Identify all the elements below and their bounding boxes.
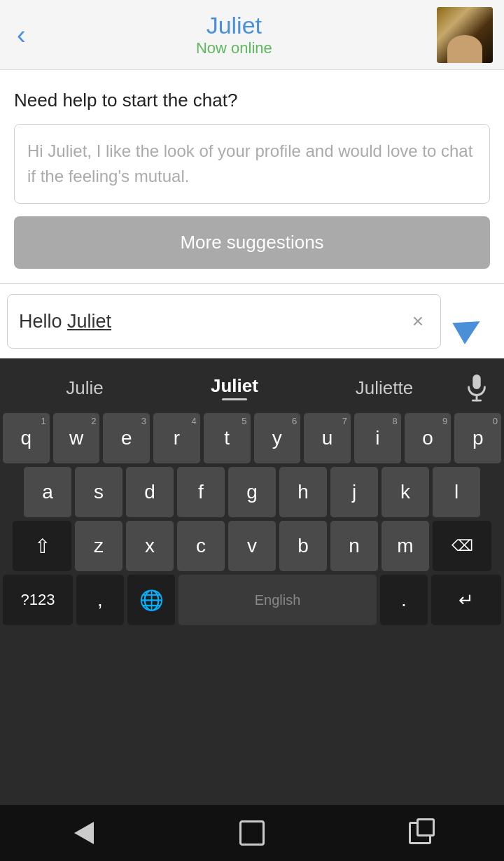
key-b[interactable]: b: [279, 521, 327, 571]
autocomplete-juliette[interactable]: Juliette: [309, 377, 459, 399]
num-hint-2: 2: [91, 416, 96, 426]
nav-home-button[interactable]: [231, 816, 273, 850]
clear-button[interactable]: ×: [407, 307, 429, 335]
nav-recents-button[interactable]: [399, 816, 441, 850]
num-hint-9: 9: [442, 416, 447, 426]
enter-key[interactable]: ↵: [431, 575, 501, 625]
key-v[interactable]: v: [228, 521, 276, 571]
key-u[interactable]: 7u: [304, 413, 351, 463]
keyboard-row-2: a s d f g h j k l: [3, 467, 501, 517]
num-hint-7: 7: [342, 416, 347, 426]
message-input-area: Hello Juliet ×: [0, 284, 504, 358]
key-g[interactable]: g: [228, 467, 276, 517]
num-hint-0: 0: [493, 416, 498, 426]
dot-key[interactable]: .: [380, 575, 428, 625]
key-q[interactable]: 1q: [3, 413, 50, 463]
num-hint-6: 6: [292, 416, 297, 426]
autocomplete-julie[interactable]: Julie: [10, 377, 160, 399]
key-z[interactable]: z: [75, 521, 122, 571]
num-hint-8: 8: [392, 416, 397, 426]
contact-status: Now online: [196, 39, 272, 57]
suggestion-box[interactable]: Hi Juliet, I like the look of your profi…: [14, 124, 490, 204]
header-center: Juliet Now online: [196, 12, 272, 57]
bottom-nav: [0, 805, 504, 861]
key-y[interactable]: 6y: [254, 413, 301, 463]
space-key[interactable]: English: [178, 575, 377, 625]
avatar[interactable]: [437, 7, 493, 63]
send-button[interactable]: [448, 297, 497, 346]
message-text: Hello Juliet: [19, 311, 111, 332]
key-a[interactable]: a: [24, 467, 71, 517]
suggestion-text: Hi Juliet, I like the look of your profi…: [27, 139, 477, 189]
key-m[interactable]: m: [382, 521, 429, 571]
autocomplete-juliet[interactable]: Juliet: [160, 375, 309, 400]
key-f[interactable]: f: [177, 467, 225, 517]
key-h[interactable]: h: [279, 467, 327, 517]
mic-icon: [465, 374, 488, 402]
key-x[interactable]: x: [126, 521, 174, 571]
nav-back-button[interactable]: [63, 816, 105, 850]
num-toggle-key[interactable]: ?123: [3, 575, 73, 625]
keyboard-row-1: 1q 2w 3e 4r 5t 6y 7u 8i 9o 0p: [3, 413, 501, 463]
num-hint-4: 4: [192, 416, 197, 426]
message-underlined-text: Juliet: [67, 311, 111, 332]
key-o[interactable]: 9o: [405, 413, 451, 463]
keyboard-row-3: ⇧ z x c v b n m ⌫: [3, 521, 501, 571]
svg-rect-0: [472, 374, 480, 389]
mic-button[interactable]: [459, 370, 494, 405]
num-hint-3: 3: [141, 416, 146, 426]
num-hint-1: 1: [41, 416, 46, 426]
key-t[interactable]: 5t: [204, 413, 251, 463]
key-w[interactable]: 2w: [53, 413, 100, 463]
key-i[interactable]: 8i: [354, 413, 401, 463]
key-j[interactable]: j: [330, 467, 378, 517]
autocomplete-row: Julie Juliet Juliette: [3, 363, 501, 413]
shift-key[interactable]: ⇧: [13, 521, 71, 571]
suggestion-area: Need help to start the chat? Hi Juliet, …: [0, 70, 504, 283]
num-hint-5: 5: [241, 416, 246, 426]
key-k[interactable]: k: [382, 467, 429, 517]
key-p[interactable]: 0p: [454, 413, 501, 463]
send-icon: [455, 304, 490, 339]
back-button[interactable]: ‹: [11, 16, 31, 54]
key-s[interactable]: s: [75, 467, 122, 517]
nav-recents-icon: [409, 822, 431, 844]
suggestion-label: Need help to start the chat?: [14, 90, 490, 111]
avatar-image: [437, 7, 493, 63]
message-box[interactable]: Hello Juliet ×: [7, 294, 441, 349]
header: ‹ Juliet Now online: [0, 0, 504, 70]
backspace-key[interactable]: ⌫: [433, 521, 491, 571]
key-n[interactable]: n: [330, 521, 378, 571]
keyboard-row-4: ?123 , 🌐 English . ↵: [3, 575, 501, 625]
key-r[interactable]: 4r: [153, 413, 200, 463]
more-suggestions-button[interactable]: More suggestions: [14, 216, 490, 269]
globe-key[interactable]: 🌐: [127, 575, 175, 625]
key-l[interactable]: l: [433, 467, 480, 517]
nav-home-icon: [239, 820, 265, 846]
contact-name: Juliet: [206, 12, 262, 39]
comma-key[interactable]: ,: [76, 575, 124, 625]
keyboard: Julie Juliet Juliette 1q 2w 3e 4r 5t 6y …: [0, 358, 504, 805]
nav-back-icon: [74, 822, 94, 844]
key-d[interactable]: d: [126, 467, 174, 517]
key-e[interactable]: 3e: [103, 413, 150, 463]
key-c[interactable]: c: [177, 521, 225, 571]
